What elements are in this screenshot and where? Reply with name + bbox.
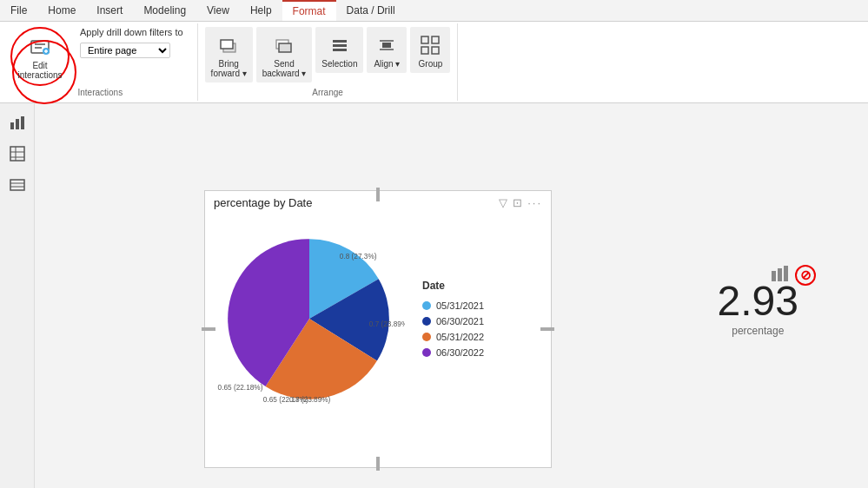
kpi-label: percentage: [718, 325, 798, 337]
chart-area: 0.8 (27.3%) 0.7 (23.89%) 0.65 (22.18%) 0…: [205, 214, 551, 423]
svg-rect-14: [382, 43, 391, 48]
align-button[interactable]: Align ▾: [367, 27, 407, 73]
ribbon-content: Editinteractions Apply drill down filter…: [0, 22, 868, 102]
edit-interactions-button[interactable]: Editinteractions: [10, 27, 70, 86]
tab-insert[interactable]: Insert: [86, 0, 133, 21]
tab-view[interactable]: View: [196, 0, 240, 21]
legend-title: Date: [422, 280, 484, 292]
svg-rect-32: [784, 266, 788, 281]
tab-help[interactable]: Help: [240, 0, 282, 21]
edit-interactions-label: Editinteractions: [17, 61, 62, 80]
selection-label: Selection: [321, 59, 357, 69]
legend-dot-2: [422, 333, 431, 341]
ribbon-tabs: File Home Insert Modeling View Help Form…: [0, 0, 868, 22]
drill-filter-label: Apply drill down filters to: [80, 27, 183, 37]
tab-file[interactable]: File: [0, 0, 37, 21]
visual-title: percentage by Date: [214, 196, 499, 209]
no-interaction-icon[interactable]: ⊘: [795, 265, 816, 286]
ribbon-group-arrange: Bringforward ▾ Sendbackward ▾: [198, 23, 459, 101]
tab-home[interactable]: Home: [37, 0, 86, 21]
arrange-group-inner: Bringforward ▾ Sendbackward ▾: [205, 27, 451, 86]
resize-handle-right[interactable]: [540, 327, 554, 331]
resize-handle-bottom[interactable]: [376, 457, 380, 471]
legend-item-1: 06/30/2021: [422, 316, 484, 326]
chart-legend: Date 05/31/2021 06/30/2021 05/31/2022: [422, 280, 484, 358]
svg-rect-12: [333, 49, 347, 51]
expand-icon[interactable]: ⊡: [513, 196, 522, 209]
svg-rect-21: [16, 119, 19, 129]
legend-dot-1: [422, 317, 431, 326]
svg-rect-11: [333, 44, 347, 47]
resize-handle-left[interactable]: [202, 327, 215, 331]
svg-rect-19: [432, 47, 439, 54]
send-backward-label: Sendbackward ▾: [262, 59, 307, 78]
svg-rect-7: [221, 40, 233, 49]
svg-rect-18: [421, 47, 428, 54]
drill-filter-group: Apply drill down filters to Entire page …: [73, 27, 190, 58]
svg-rect-22: [21, 116, 24, 129]
ribbon: File Home Insert Modeling View Help Form…: [0, 0, 868, 103]
align-icon: [373, 31, 401, 59]
legend-dot-3: [422, 348, 431, 357]
group-button[interactable]: Group: [410, 27, 450, 73]
svg-rect-27: [10, 180, 24, 190]
selection-icon: [326, 31, 354, 59]
sidebar-icon-table[interactable]: [5, 142, 30, 166]
drill-filter-select[interactable]: Entire page Selected visual: [80, 43, 170, 58]
app-body: percentage by Date ▽ ⊡ ···: [0, 103, 868, 488]
tab-data-drill[interactable]: Data / Drill: [336, 0, 406, 21]
align-label: Align ▾: [374, 59, 400, 69]
bring-forward-label: Bringforward ▾: [211, 59, 247, 78]
edit-interactions-icon: [28, 34, 52, 61]
visual-interaction-icons: ⊘: [771, 264, 816, 286]
legend-dot-0: [422, 301, 431, 310]
legend-label-3: 06/30/2022: [436, 347, 484, 358]
group-label: Group: [419, 59, 443, 69]
bring-forward-icon: [215, 31, 242, 59]
legend-item-2: 05/31/2022: [422, 332, 484, 342]
canvas: percentage by Date ▽ ⊡ ···: [35, 103, 868, 488]
more-icon[interactable]: ···: [527, 196, 542, 209]
legend-label-2: 05/31/2022: [436, 332, 484, 342]
chart-interaction-icon[interactable]: [771, 264, 790, 286]
svg-rect-10: [333, 40, 347, 43]
pie-chart-visual: percentage by Date ▽ ⊡ ···: [204, 190, 552, 468]
interactions-group-inner: Editinteractions Apply drill down filter…: [10, 27, 190, 86]
send-backward-icon: [270, 31, 298, 59]
pie-label-0630-2021: 0.7 (23.89%): [369, 320, 405, 328]
svg-rect-17: [432, 36, 439, 43]
pie-label-alt: 0.65 (22.18%): [263, 396, 308, 404]
bring-forward-button[interactable]: Bringforward ▾: [205, 27, 253, 82]
pie-label-0531-2022: 0.65 (22.18%): [218, 385, 263, 392]
kpi-card: 2.93 percentage: [718, 277, 798, 337]
pie-chart-svg: 0.8 (27.3%) 0.7 (23.89%) 0.65 (22.18%) 0…: [214, 223, 405, 414]
svg-rect-9: [279, 43, 291, 52]
tab-format[interactable]: Format: [282, 0, 336, 21]
legend-item-0: 05/31/2021: [422, 300, 484, 311]
svg-rect-23: [10, 147, 24, 161]
tab-modeling[interactable]: Modeling: [133, 0, 196, 21]
svg-rect-16: [421, 36, 428, 43]
sidebar-icon-barchart[interactable]: [5, 110, 30, 135]
arrange-group-label: Arrange: [312, 88, 343, 97]
interactions-group-label: Interactions: [77, 88, 123, 97]
ribbon-group-interactions: Editinteractions Apply drill down filter…: [3, 23, 198, 101]
pie-label-0531-2021: 0.8 (27.3%): [340, 253, 377, 260]
resize-handle-top[interactable]: [376, 188, 380, 201]
send-backward-button[interactable]: Sendbackward ▾: [256, 27, 313, 82]
group-icon: [416, 31, 444, 59]
visual-toolbar: ▽ ⊡ ···: [499, 196, 542, 209]
svg-rect-30: [772, 271, 776, 281]
svg-rect-20: [10, 122, 14, 129]
legend-item-3: 06/30/2022: [422, 347, 484, 358]
svg-rect-31: [778, 268, 782, 281]
sidebar-icon-layers[interactable]: [5, 173, 30, 197]
selection-button[interactable]: Selection: [315, 27, 363, 73]
filter-icon[interactable]: ▽: [499, 196, 507, 209]
sidebar: [0, 103, 35, 488]
legend-label-0: 05/31/2021: [436, 300, 484, 311]
legend-label-1: 06/30/2021: [436, 316, 484, 326]
